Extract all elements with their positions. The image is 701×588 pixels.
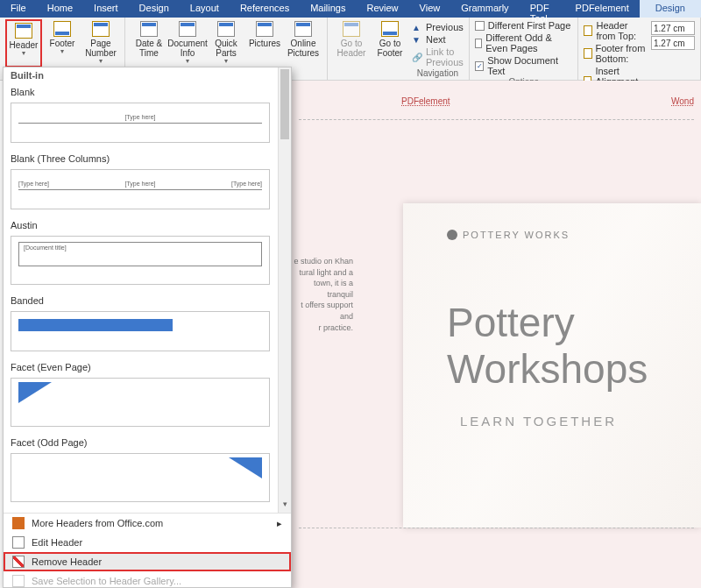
arrow-down-icon: ▼ — [412, 35, 422, 45]
scroll-thumb[interactable] — [280, 69, 289, 139]
different-first-page-checkbox[interactable]: Different First Page — [475, 19, 573, 32]
header-boundary-line — [299, 119, 694, 120]
gallery-item-austin[interactable]: [Document title] — [11, 236, 270, 285]
tab-grammarly[interactable]: Grammarly — [450, 0, 519, 18]
tab-home[interactable]: Home — [37, 0, 83, 18]
footer-bottom-icon — [584, 48, 591, 59]
document-info-icon — [179, 21, 196, 37]
chevron-down-icon: ▾ — [22, 50, 25, 58]
tab-mailings[interactable]: Mailings — [300, 0, 356, 18]
quick-parts-icon — [217, 21, 235, 37]
online-pictures-button[interactable]: Online Pictures — [285, 19, 322, 67]
tab-pdfelement[interactable]: PDFelement — [565, 0, 640, 18]
date-time-button[interactable]: Date & Time — [131, 19, 167, 67]
next-button[interactable]: ▼Next — [412, 33, 464, 46]
tab-insert[interactable]: Insert — [83, 0, 129, 18]
tab-review[interactable]: Review — [357, 0, 409, 18]
header-text-wond: Wond — [671, 96, 694, 106]
page1-text-snippet: e studio on Khan tural light and a town,… — [292, 256, 353, 333]
header-icon — [15, 23, 32, 39]
gallery-category-blank-three: Blank (Three Columns) — [4, 150, 291, 169]
header-button[interactable]: Header ▾ — [5, 19, 42, 67]
brand-logo: POTTERY WORKS — [447, 230, 570, 240]
group-position: Header from Top: Footer from Bottom: Ins… — [578, 18, 701, 80]
page-number-label: Page Number — [82, 39, 119, 58]
gallery-item-blank[interactable]: [Type here] — [11, 103, 270, 143]
edit-icon — [12, 536, 25, 549]
quick-parts-button[interactable]: Quick Parts▾ — [208, 19, 244, 67]
more-headers-item[interactable]: More Headers from Office.com ▸ — [4, 514, 291, 533]
footer-from-bottom-label: Footer from Bottom: — [596, 43, 647, 64]
save-to-gallery-item: Save Selection to Header Gallery... — [4, 571, 291, 588]
pictures-button[interactable]: Pictures — [246, 19, 283, 67]
checkbox-checked-icon: ✓ — [475, 61, 484, 71]
previous-button[interactable]: ▲Previous — [412, 21, 464, 33]
gallery-footer-menu: More Headers from Office.com ▸ Edit Head… — [4, 513, 291, 588]
goto-footer-button[interactable]: Go to Footer — [372, 19, 408, 78]
page-subtitle: LEARN TOGETHER — [460, 414, 617, 429]
scrollbar[interactable]: ▴ ▾ — [278, 67, 291, 513]
tab-layout[interactable]: Layout — [180, 0, 230, 18]
goto-footer-icon — [381, 21, 399, 37]
checkbox-icon — [475, 21, 485, 31]
chevron-right-icon: ▸ — [277, 518, 282, 529]
online-pictures-icon — [294, 21, 312, 37]
tab-bar: File Home Insert Design Layout Reference… — [0, 0, 701, 18]
link-previous-button[interactable]: 🔗Link to Previous — [412, 46, 464, 68]
header-text-pdfelement: PDFelement — [401, 96, 450, 106]
gallery-category-blank: Blank — [4, 83, 291, 103]
gallery-category-austin: Austin — [4, 216, 291, 236]
tab-design[interactable]: Design — [129, 0, 180, 18]
group-navigation: Go to Header Go to Footer ▲Previous ▼Nex… — [328, 18, 470, 80]
gallery-category-banded: Banded — [4, 292, 291, 311]
scroll-down-icon[interactable]: ▾ — [279, 499, 291, 513]
header-gallery-list[interactable]: Built-in Blank [Type here] Blank (Three … — [4, 67, 291, 513]
chevron-down-icon: ▾ — [60, 48, 64, 56]
header-from-top-label: Header from Top: — [596, 20, 646, 41]
gallery-item-facet-odd[interactable] — [11, 453, 270, 502]
chevron-down-icon: ▾ — [224, 58, 228, 66]
tab-references[interactable]: References — [230, 0, 300, 18]
goto-header-icon — [343, 21, 360, 37]
footer-from-bottom-input[interactable]: 1.27 cm — [651, 36, 695, 50]
group-label-navigation: Navigation — [412, 68, 464, 78]
footer-button[interactable]: Footer ▾ — [44, 19, 81, 67]
tab-file[interactable]: File — [0, 0, 37, 18]
gallery-section-builtin: Built-in — [4, 67, 291, 83]
page-2: POTTERY WORKS Pottery Workshops LEARN TO… — [403, 203, 701, 528]
tab-header-footer-design[interactable]: Design — [640, 0, 701, 18]
gallery-item-facet-even[interactable] — [11, 378, 270, 427]
edit-header-item[interactable]: Edit Header — [4, 533, 291, 552]
save-icon — [12, 575, 25, 587]
page-title: Pottery Workshops — [447, 300, 701, 393]
pictures-icon — [256, 21, 273, 37]
header-top-icon — [584, 25, 592, 36]
date-time-icon — [140, 21, 158, 37]
remove-icon — [12, 556, 25, 568]
show-document-text-checkbox[interactable]: ✓Show Document Text — [475, 54, 573, 77]
arrow-up-icon: ▲ — [412, 23, 422, 32]
gallery-category-facet-even: Facet (Even Page) — [4, 358, 291, 378]
gallery-category-facet-odd: Facet (Odd Page) — [4, 434, 291, 453]
document-info-button[interactable]: Document Info▾ — [169, 19, 206, 67]
goto-header-button[interactable]: Go to Header — [333, 19, 370, 78]
footer-icon — [53, 21, 71, 37]
footer-boundary-line — [299, 528, 694, 528]
group-options: Different First Page Different Odd & Eve… — [470, 18, 579, 80]
different-odd-even-checkbox[interactable]: Different Odd & Even Pages — [475, 32, 573, 54]
header-from-top-input[interactable]: 1.27 cm — [651, 21, 695, 35]
document-canvas[interactable]: PDFelement Wond e studio on Khan tural l… — [292, 81, 701, 588]
brand-icon — [447, 230, 457, 240]
remove-header-item[interactable]: Remove Header — [4, 552, 291, 571]
tab-pdf-tool-set[interactable]: PDF Tool Set — [520, 0, 565, 18]
chevron-down-icon: ▾ — [99, 58, 103, 66]
gallery-item-banded[interactable] — [11, 311, 270, 351]
page-number-icon — [92, 21, 110, 37]
checkbox-icon — [475, 39, 482, 48]
tab-view[interactable]: View — [409, 0, 451, 18]
link-icon: 🔗 — [412, 53, 422, 62]
page-number-button[interactable]: Page Number ▾ — [82, 19, 119, 67]
chevron-down-icon: ▾ — [186, 58, 189, 66]
header-gallery-dropdown: Built-in Blank [Type here] Blank (Three … — [3, 67, 292, 588]
gallery-item-blank-three[interactable]: [Type here] [Type here] [Type here] — [11, 169, 270, 209]
